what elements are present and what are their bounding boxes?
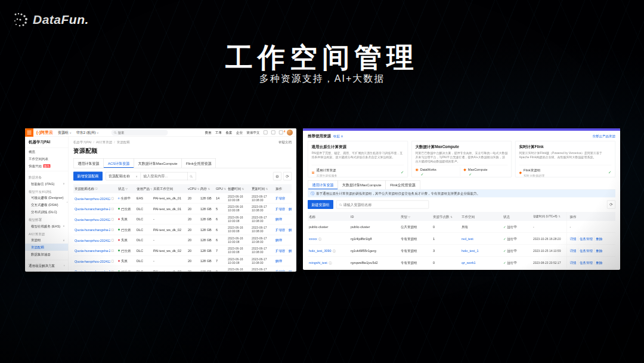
sidebar-item-quickstart[interactable]: 快速开始新品	[25, 162, 69, 170]
sidebar-item-designer[interactable]: 可视化建模 (Designer)	[25, 194, 69, 201]
details-action-link[interactable]: 详情	[570, 236, 577, 241]
quota-search-input[interactable]	[143, 174, 182, 179]
collapse-link[interactable]: 收起 ∧	[333, 134, 343, 139]
refresh-button[interactable]: ⟳	[607, 201, 615, 209]
nav-billing[interactable]: 费用	[205, 130, 212, 135]
tab-acs-compute[interactable]: ACS计算资源	[104, 158, 134, 168]
chat-icon[interactable]	[264, 131, 268, 135]
quota-name-link[interactable]: Quota-hangzhou-20241222...	[75, 238, 110, 242]
copy-icon[interactable]	[112, 260, 114, 262]
quota-name-link[interactable]: Quota-hangzhou-20241222...	[75, 196, 110, 200]
breadcrumb-item[interactable]: 机器学习PAI	[73, 140, 91, 144]
card-general-native-compute[interactable]: 通用云原生计算资源 PAI提供了完整、稳定、易用、可扩展的云原生机器学习训练环境…	[308, 141, 408, 177]
nav-enterprise[interactable]: 企业	[236, 130, 243, 135]
resource-group-search-input[interactable]	[343, 202, 424, 207]
quota-search[interactable]	[141, 172, 188, 180]
copy-icon[interactable]	[112, 270, 114, 272]
global-search-input[interactable]	[118, 131, 160, 134]
sidebar-item-resource-groups[interactable]: 资源组∨	[25, 236, 69, 244]
unbind-action-link[interactable]: 解绑	[287, 269, 292, 271]
search-submit-button[interactable]	[188, 172, 196, 180]
task-mgmt-action-link[interactable]: 任务管理	[578, 248, 593, 253]
sort-icon[interactable]: ⇅	[266, 187, 268, 190]
breadcrumb-item[interactable]: AI计算资源	[91, 140, 112, 144]
tab-flink[interactable]: Flink全托管资源	[386, 180, 420, 189]
filter-icon[interactable]: ▽	[126, 187, 128, 190]
create-resource-group-button[interactable]: 新建资源组	[308, 200, 333, 209]
refresh-button[interactable]: ⟳	[283, 172, 292, 180]
resource-group-name-link[interactable]: holo_test_3090	[309, 248, 332, 252]
resource-group-name-link[interactable]: xxxxx	[309, 236, 317, 240]
nav-ticket[interactable]: 工单	[215, 130, 222, 135]
sidebar-item-overview[interactable]: 概览	[25, 148, 69, 155]
details-action-link[interactable]: 详情	[570, 260, 577, 265]
copy-icon[interactable]	[112, 218, 114, 220]
unbind-action-link[interactable]: 解绑	[275, 217, 282, 221]
task-mgmt-action-link[interactable]: 任务管理	[578, 236, 593, 241]
sort-icon[interactable]: ⇅	[450, 215, 453, 218]
global-search[interactable]	[112, 130, 168, 136]
sort-icon[interactable]: ⇅	[242, 187, 244, 190]
tab-flink[interactable]: Flink全托管资源	[182, 158, 216, 168]
resource-group-menu[interactable]: 资源组∨	[58, 130, 72, 136]
sidebar-collapse-handle[interactable]: ‹	[67, 200, 68, 204]
resource-group-name-link[interactable]: mingshi_test	[309, 260, 327, 264]
copy-icon[interactable]	[112, 208, 114, 210]
sidebar-item-general-solutions[interactable]: 通用场景解决方案›	[25, 262, 69, 269]
delete-action-link[interactable]: 删除	[595, 248, 603, 253]
nav-icp[interactable]: 备案	[226, 130, 233, 135]
sidebar-item-eas[interactable]: 模型在线服务 (EAS)∨	[25, 223, 69, 230]
unbind-action-link[interactable]: 解绑	[287, 207, 292, 210]
region-menu[interactable]: 华东2 (杭州)∨	[76, 130, 99, 136]
notification-icon[interactable]	[271, 131, 275, 135]
sidebar-item-dataset-accelerator[interactable]: 数据集加速器	[25, 251, 69, 258]
cart-icon[interactable]: 4	[279, 131, 283, 135]
sidebar-item-resource-quota[interactable]: 资源配额	[25, 244, 69, 251]
unbind-action-link[interactable]: 解绑	[287, 227, 292, 231]
help-doc-link[interactable]: 帮助文档	[278, 140, 292, 144]
sidebar-item-industry-solutions[interactable]: 行业场景解决方案›	[25, 269, 69, 272]
card-maxcompute[interactable]: 大数据计算MaxCompute 阿里巴巴数据中台解决方案，提供专业高效、安全可靠…	[411, 141, 512, 177]
details-action-link[interactable]: 详情	[570, 248, 577, 253]
quota-name-link[interactable]: Quota-hangzhou-20241222...	[75, 217, 110, 221]
delete-action-link[interactable]: 删除	[595, 260, 603, 265]
sort-icon[interactable]: ⇅	[208, 187, 210, 190]
scale-action-link[interactable]: 扩缩容	[275, 248, 286, 252]
copy-icon[interactable]	[112, 239, 114, 241]
add-quota-button[interactable]: 新增资源配额	[73, 172, 103, 181]
scale-action-link[interactable]: 扩缩容	[275, 207, 286, 210]
quota-name-link[interactable]: Quota-hunanchangsha-202...	[75, 207, 110, 211]
avatar[interactable]	[287, 130, 293, 136]
card-flink[interactable]: 实时计算Flink 阿里云实时计算Flink版（Powered by Verve…	[515, 141, 615, 177]
sidebar-item-workspaces[interactable]: 工作空间列表	[25, 155, 69, 162]
quota-name-link[interactable]: Quota-hunanchangsha-202...	[75, 249, 110, 253]
aliyun-logo[interactable]: (-)阿里云	[36, 130, 53, 135]
sort-icon[interactable]: ⇅	[558, 215, 561, 218]
unbind-action-link[interactable]: 解绑	[275, 259, 282, 263]
sort-icon[interactable]: ⇅	[224, 187, 226, 190]
workspace-link[interactable]: holo_test_1	[462, 249, 478, 253]
filter-dropdown[interactable]: 资源配额名称∨	[106, 172, 141, 180]
workspace-link[interactable]: red_test	[462, 237, 473, 241]
copy-icon[interactable]	[112, 250, 114, 252]
nav-language[interactable]: 简体中文	[247, 130, 260, 135]
tab-maxcompute[interactable]: 大数据计算MaxCompute	[134, 158, 182, 168]
filter-icon[interactable]: ▽	[408, 215, 410, 218]
copy-icon[interactable]	[112, 197, 114, 199]
tab-general-compute[interactable]: 通用计算资源	[73, 158, 104, 168]
scale-action-link[interactable]: 扩缩容	[275, 269, 286, 271]
quota-name-link[interactable]: Quota-hunanchangsha-202...	[75, 228, 110, 232]
delete-action-link[interactable]: 删除	[595, 236, 603, 241]
copy-icon[interactable]	[112, 229, 114, 231]
tab-maxcompute[interactable]: 大数据计算MaxCompute	[338, 180, 386, 189]
hamburger-menu-icon[interactable]	[25, 128, 33, 137]
sidebar-item-dlc[interactable]: 分布式训练 (DLC)	[25, 208, 69, 216]
unbind-action-link[interactable]: 解绑	[275, 238, 282, 242]
quota-name-link[interactable]: Quota-hunanchangsha-202...	[75, 270, 110, 272]
scale-action-link[interactable]: 扩缩容	[275, 227, 286, 231]
unbind-action-link[interactable]: 解绑	[287, 248, 292, 252]
tab-general-compute[interactable]: 通用计算资源	[308, 180, 338, 189]
all-cloud-products-link[interactable]: 全部云产品资源	[593, 134, 616, 139]
resource-group-search[interactable]	[336, 201, 429, 209]
scale-action-link[interactable]: 扩缩容	[275, 196, 286, 200]
